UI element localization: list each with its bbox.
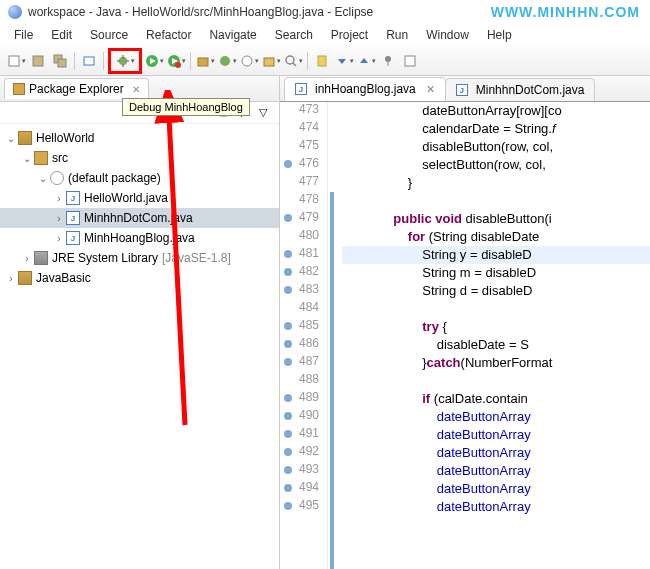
code-line[interactable]: public void disableButton(i: [342, 210, 650, 228]
save-button[interactable]: [28, 51, 48, 71]
breakpoint-marker-icon[interactable]: [284, 250, 292, 258]
editor-tab[interactable]: J MinhhnDotCom.java: [445, 78, 596, 101]
tree-file[interactable]: › J MinhHoangBlog.java: [0, 228, 279, 248]
close-icon[interactable]: ✕: [426, 83, 435, 96]
code-line[interactable]: selectButton(row, col,: [342, 156, 650, 174]
menu-source[interactable]: Source: [82, 26, 136, 44]
run-button[interactable]: [144, 51, 164, 71]
expand-icon[interactable]: ›: [52, 233, 66, 244]
open-type-button[interactable]: [261, 51, 281, 71]
prev-annotation-button[interactable]: [356, 51, 376, 71]
svg-marker-22: [338, 59, 346, 64]
package-explorer-tab[interactable]: Package Explorer ✕: [4, 78, 149, 99]
tree-file[interactable]: › J HelloWorld.java: [0, 188, 279, 208]
code-line[interactable]: disableDate = S: [342, 336, 650, 354]
run-last-button[interactable]: [166, 51, 186, 71]
menu-edit[interactable]: Edit: [43, 26, 80, 44]
breakpoint-marker-icon[interactable]: [284, 160, 292, 168]
breakpoint-marker-icon[interactable]: [284, 466, 292, 474]
code-line[interactable]: String y = disableD: [342, 246, 650, 264]
editor-tab-active[interactable]: J inhHoangBlog.java ✕: [284, 77, 446, 101]
code-text-area[interactable]: dateButtonArray[row][co calendarDate = S…: [342, 102, 650, 569]
breakpoint-marker-icon[interactable]: [284, 322, 292, 330]
code-line[interactable]: String m = disableD: [342, 264, 650, 282]
breakpoint-marker-icon[interactable]: [284, 340, 292, 348]
code-line[interactable]: calendarDate = String.f: [342, 120, 650, 138]
code-line[interactable]: dateButtonArray: [342, 426, 650, 444]
code-line[interactable]: dateButtonArray: [342, 408, 650, 426]
breakpoint-marker-icon[interactable]: [284, 268, 292, 276]
task-button[interactable]: [400, 51, 420, 71]
menu-refactor[interactable]: Refactor: [138, 26, 199, 44]
window-title: workspace - Java - HelloWorld/src/MinhHo…: [28, 5, 373, 19]
menu-file[interactable]: File: [6, 26, 41, 44]
breakpoint-marker-icon[interactable]: [284, 358, 292, 366]
editor-content[interactable]: 4734744754764774784794804814824834844854…: [280, 102, 650, 569]
toolbar-separator: [74, 52, 75, 70]
debug-button[interactable]: [115, 51, 135, 71]
line-number: 478: [280, 192, 327, 210]
breakpoint-marker-icon[interactable]: [284, 448, 292, 456]
breakpoint-marker-icon[interactable]: [284, 484, 292, 492]
new-class-button[interactable]: [217, 51, 237, 71]
breakpoint-marker-icon[interactable]: [284, 394, 292, 402]
code-line[interactable]: disableButton(row, col,: [342, 138, 650, 156]
menu-help[interactable]: Help: [479, 26, 520, 44]
view-tab-bar: Package Explorer ✕ Debug MinhHoangBlog: [0, 76, 279, 102]
code-line[interactable]: try {: [342, 318, 650, 336]
code-line[interactable]: if (calDate.contain: [342, 390, 650, 408]
tree-project[interactable]: › JavaBasic: [0, 268, 279, 288]
code-line[interactable]: [342, 372, 650, 390]
tree-package[interactable]: ⌄ (default package): [0, 168, 279, 188]
expand-icon[interactable]: ⌄: [4, 133, 18, 144]
breakpoint-marker-icon[interactable]: [284, 412, 292, 420]
code-line[interactable]: }catch(NumberFormat: [342, 354, 650, 372]
code-line[interactable]: for (String disableDate: [342, 228, 650, 246]
toggle-mark-button[interactable]: [312, 51, 332, 71]
next-annotation-button[interactable]: [334, 51, 354, 71]
code-line[interactable]: [342, 192, 650, 210]
new-package-button[interactable]: [195, 51, 215, 71]
expand-icon[interactable]: ›: [52, 193, 66, 204]
close-icon[interactable]: ✕: [132, 84, 140, 95]
tree-file[interactable]: › J MinhhnDotCom.java: [0, 208, 279, 228]
new-type-button[interactable]: [239, 51, 259, 71]
breakpoint-marker-icon[interactable]: [284, 286, 292, 294]
menu-navigate[interactable]: Navigate: [201, 26, 264, 44]
pin-button[interactable]: [378, 51, 398, 71]
file-label: MinhhnDotCom.java: [84, 211, 193, 225]
menu-window[interactable]: Window: [418, 26, 477, 44]
code-line[interactable]: dateButtonArray: [342, 444, 650, 462]
code-line[interactable]: String d = disableD: [342, 282, 650, 300]
code-line[interactable]: }: [342, 174, 650, 192]
breakpoint-marker-icon[interactable]: [284, 502, 292, 510]
save-all-button[interactable]: [50, 51, 70, 71]
toggle-button[interactable]: [79, 51, 99, 71]
code-line[interactable]: dateButtonArray: [342, 498, 650, 516]
code-line[interactable]: dateButtonArray: [342, 462, 650, 480]
editor-area: J inhHoangBlog.java ✕ J MinhhnDotCom.jav…: [280, 76, 650, 569]
expand-icon[interactable]: ›: [52, 213, 66, 224]
expand-icon[interactable]: ⌄: [20, 153, 34, 164]
tree-src[interactable]: ⌄ src: [0, 148, 279, 168]
code-line[interactable]: [342, 300, 650, 318]
breakpoint-marker-icon[interactable]: [284, 430, 292, 438]
view-menu-icon[interactable]: ▽: [255, 105, 271, 121]
svg-point-19: [286, 56, 294, 64]
search-button[interactable]: [283, 51, 303, 71]
jre-suffix: [JavaSE-1.8]: [162, 251, 231, 265]
tree-jre[interactable]: › JRE System Library [JavaSE-1.8]: [0, 248, 279, 268]
new-button[interactable]: [6, 51, 26, 71]
svg-point-16: [220, 56, 230, 66]
tree-project[interactable]: ⌄ HelloWorld: [0, 128, 279, 148]
code-line[interactable]: dateButtonArray: [342, 480, 650, 498]
code-line[interactable]: dateButtonArray[row][co: [342, 102, 650, 120]
menu-project[interactable]: Project: [323, 26, 376, 44]
breakpoint-marker-icon[interactable]: [284, 214, 292, 222]
expand-icon[interactable]: ⌄: [36, 173, 50, 184]
expand-icon[interactable]: ›: [4, 273, 18, 284]
menu-run[interactable]: Run: [378, 26, 416, 44]
expand-icon[interactable]: ›: [20, 253, 34, 264]
menu-search[interactable]: Search: [267, 26, 321, 44]
line-number-gutter: 4734744754764774784794804814824834844854…: [280, 102, 328, 569]
